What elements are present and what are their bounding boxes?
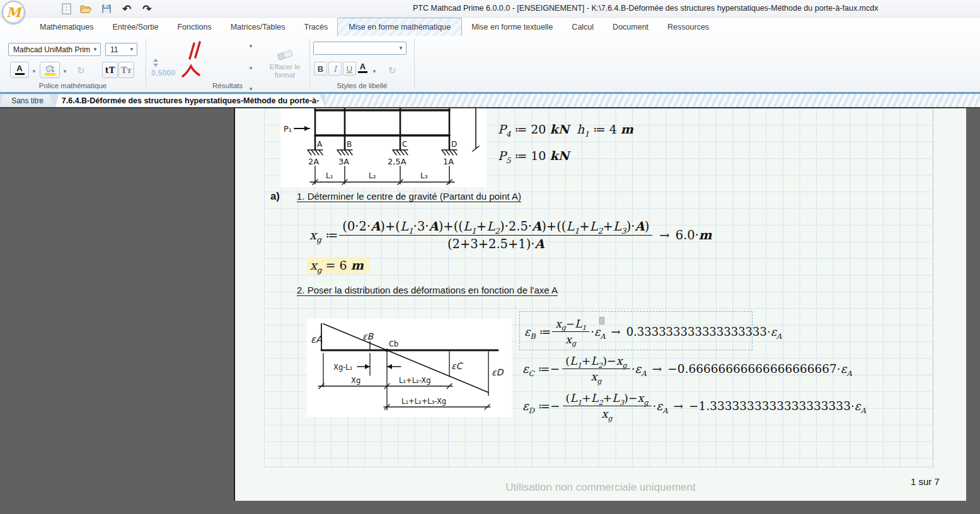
- frame-structure-figure[interactable]: P₁ A B C D 2A 3A 2,5A 1A L₁ L₂ L₃: [280, 108, 487, 187]
- spinner-down-icon[interactable]: [153, 64, 158, 67]
- strain-distribution-figure[interactable]: εA εB Cb εC εD Xg-L₁ Xg L₁+L₂-Xg L₁+L₂+L…: [307, 319, 512, 417]
- save-icon[interactable]: [100, 3, 113, 15]
- new-worksheet-icon[interactable]: [60, 3, 72, 15]
- document-tab-bar: Sans titre 7.6.4.B-Déformée des structur…: [0, 94, 980, 108]
- chevron-down-icon: ▼: [129, 47, 134, 52]
- equation-xg[interactable]: xg ≔ (0·2·A)+(L1·3·A)+((L1+L2)·2.5·A)+((…: [309, 219, 712, 251]
- equation-p5[interactable]: P5 ≔ 10 kN: [498, 149, 569, 163]
- italic-label: I: [333, 64, 337, 74]
- font-color-button[interactable]: A: [10, 62, 29, 78]
- equation-eps-b[interactable]: εB ≔ xg−L1 xg ·εA → 0.333333333333333333…: [524, 316, 756, 346]
- equation-p4[interactable]: P4 ≔ 20 kN: [498, 122, 569, 136]
- equation-h1[interactable]: h1 ≔ 4 m: [577, 122, 633, 136]
- license-watermark: Utilisation non commerciale uniquement: [235, 481, 966, 494]
- ribbon-tab-fonctions[interactable]: Fonctions: [168, 18, 221, 36]
- bold-label: B: [318, 64, 323, 74]
- ribbon-tab-mise-en-forme-mathematique[interactable]: Mise en forme mathématique: [337, 18, 462, 36]
- dim-l1l2l3-xg-label: L₁+L₂+L₃-Xg: [401, 397, 446, 406]
- worksheet-area: P₁ A B C D 2A 3A 2,5A 1A L₁ L₂ L₃ P4 ≔ 2…: [0, 108, 980, 514]
- length2-label: L₂: [369, 171, 376, 180]
- ribbon-tab-calcul[interactable]: Calcul: [562, 18, 603, 36]
- mathcad-window: ↶ ↷ PTC Mathcad Prime 6.0.0.0 - [ENSEIGN…: [0, 0, 980, 514]
- reset-style-icon[interactable]: ↻: [388, 65, 396, 76]
- dim-xg-label: Xg: [351, 376, 360, 385]
- math-font-size-dropdown[interactable]: 11 ▼: [105, 43, 137, 56]
- spinner-up-icon[interactable]: [153, 59, 158, 62]
- ribbon-tab-ressources[interactable]: Ressources: [658, 18, 718, 36]
- force-label: P₁: [284, 124, 292, 134]
- font-color-letter: A: [16, 65, 22, 72]
- chevron-down-icon: ▼: [93, 47, 98, 52]
- redo-icon[interactable]: ↷: [141, 3, 153, 15]
- italic-button[interactable]: I: [328, 62, 342, 76]
- ribbon-tab-matrices-tables[interactable]: Matrices/Tables: [221, 18, 295, 36]
- symbolic-arrow: →: [674, 399, 684, 413]
- precision-stepper[interactable]: [153, 59, 158, 67]
- chevron-down-icon[interactable]: ▼: [62, 69, 67, 74]
- highlight-color-bar: [45, 73, 55, 76]
- ribbon-tab-bar: Mathématiques Entrée/Sortie Fonctions Ma…: [0, 18, 980, 36]
- eps-d-label: εD: [492, 367, 504, 377]
- doc-tab-sans-titre[interactable]: Sans titre: [0, 94, 55, 107]
- group-label-police-mathematique: Police mathématique: [0, 82, 146, 89]
- ribbon-tab-document[interactable]: Document: [603, 18, 658, 36]
- eps-b-label: εB: [362, 331, 374, 341]
- highlight-color-button[interactable]: [40, 62, 60, 78]
- ribbon-tab-mathematiques[interactable]: Mathématiques: [30, 18, 103, 36]
- section-a-label: a): [270, 190, 280, 202]
- symbolic-arrow: →: [659, 228, 669, 243]
- increase-font-button[interactable]: tT: [102, 62, 118, 78]
- paint-bucket-icon: [45, 65, 55, 73]
- eraser-icon: [277, 49, 293, 60]
- eps-a-label: εA: [311, 334, 323, 345]
- label-color-button[interactable]: A: [358, 62, 367, 73]
- label-style-dropdown[interactable]: ▼: [313, 42, 406, 55]
- underline-label: U: [347, 64, 352, 74]
- equation-xg-result[interactable]: xg = 6 m: [307, 257, 369, 274]
- group-separator: [146, 38, 146, 88]
- chevron-down-icon: ▼: [398, 45, 403, 51]
- worksheet-page[interactable]: P₁ A B C D 2A 3A 2,5A 1A L₁ L₂ L₃ P4 ≔ 2…: [234, 108, 966, 501]
- underline-button[interactable]: U: [343, 62, 356, 76]
- ribbon-tab-traces[interactable]: Tracés: [294, 18, 337, 36]
- support-d-label: 1A: [443, 157, 454, 166]
- equation-eps-c[interactable]: εC ≔ − (L1+L2)−xg xg ·εA → −0.6666666666…: [522, 355, 852, 383]
- ribbon-tab-entree-sortie[interactable]: Entrée/Sortie: [103, 18, 168, 36]
- result-format-preview-icon: [180, 41, 207, 80]
- length3-label: L₃: [420, 171, 428, 180]
- chevron-down-icon[interactable]: ▼: [372, 69, 377, 74]
- equation-eps-d[interactable]: εD ≔ − (L1+L2+L3)−xg xg ·εA → −1.3333333…: [522, 392, 866, 420]
- ribbon-tab-mise-en-forme-textuelle[interactable]: Mise en forme textuelle: [462, 18, 562, 36]
- open-icon[interactable]: [80, 3, 93, 15]
- page-indicator: 1 sur 7: [911, 476, 940, 487]
- chevron-down-icon[interactable]: ▼: [32, 69, 37, 74]
- reset-font-icon[interactable]: ↻: [77, 65, 85, 76]
- math-font-family-value: Mathcad UniMath Prim: [13, 45, 90, 54]
- cb-label: Cb: [389, 340, 398, 348]
- doc-tab-active[interactable]: 7.6.4.B-Déformée des structures hypersta…: [55, 94, 325, 107]
- chevron-down-icon[interactable]: ▼: [248, 66, 253, 71]
- equation-eps-b-selection[interactable]: εB ≔ xg−L1 xg ·εA → 0.333333333333333333…: [519, 311, 752, 350]
- bold-button[interactable]: B: [314, 62, 327, 76]
- label-color-bar: [358, 71, 367, 73]
- tab-bar-stripes: [325, 94, 980, 107]
- increase-font-label: tT: [105, 66, 115, 75]
- ribbon-body: Mathcad UniMath Prim ▼ 11 ▼ A ▼ ▼ ↻ tT: [0, 36, 980, 92]
- mathcad-logo-button[interactable]: M: [2, 1, 25, 24]
- chevron-down-icon[interactable]: ▼: [248, 43, 253, 49]
- window-title: PTC Mathcad Prime 6.0.0.0 - [ENSEIGNEMEN…: [413, 4, 878, 13]
- heading-distribution-deformations[interactable]: 2. Poser la distribution des déformation…: [297, 285, 558, 295]
- undo-icon[interactable]: ↶: [120, 3, 133, 15]
- math-font-family-dropdown[interactable]: Mathcad UniMath Prim ▼: [8, 43, 101, 56]
- support-b-label: 3A: [338, 157, 349, 166]
- symbolic-arrow: →: [652, 362, 662, 375]
- quick-access-toolbar: ↶ ↷: [60, 3, 153, 15]
- math-font-size-value: 11: [110, 45, 127, 54]
- decrease-font-button[interactable]: Tт: [118, 62, 134, 78]
- label-color-letter: A: [360, 62, 366, 71]
- group-separator: [414, 38, 415, 88]
- dim-l1l2-xg-label: L₁+L₂-Xg: [399, 376, 430, 385]
- group-label-styles-libelle: Styles de libellé: [310, 82, 414, 89]
- precision-value: 0.5000: [151, 69, 175, 77]
- heading-centre-gravite[interactable]: 1. Déterminer le centre de gravité (Part…: [297, 191, 521, 202]
